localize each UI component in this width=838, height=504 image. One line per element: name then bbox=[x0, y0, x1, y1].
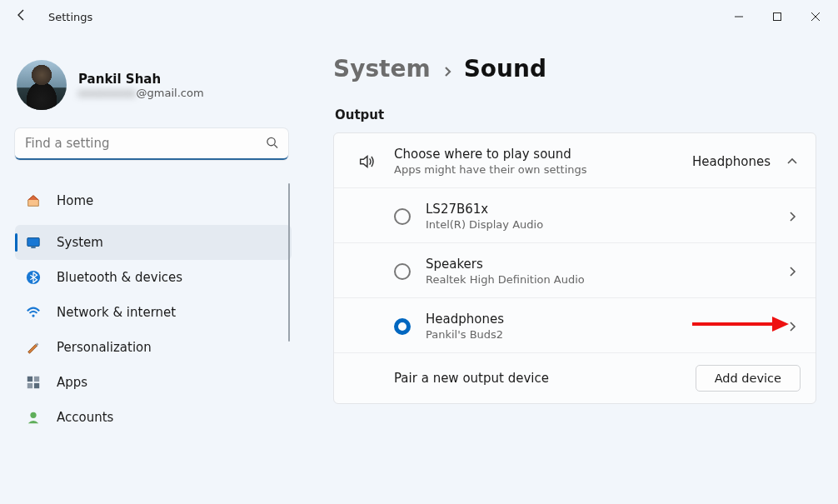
sidebar-item-label: Accounts bbox=[57, 410, 113, 425]
svg-point-1 bbox=[267, 137, 275, 145]
window-title: Settings bbox=[48, 11, 92, 23]
accounts-icon bbox=[25, 409, 42, 426]
device-detail: Intel(R) Display Audio bbox=[426, 218, 784, 231]
sidebar-item-label: System bbox=[57, 235, 103, 250]
output-header-title: Choose where to play sound bbox=[394, 147, 692, 162]
sidebar-item-label: Bluetooth & devices bbox=[57, 270, 182, 285]
personalization-icon bbox=[25, 339, 42, 356]
nav-list: Home System Bluetooth & devices Network bbox=[15, 183, 288, 435]
device-detail: Pankil's Buds2 bbox=[426, 328, 784, 341]
svg-rect-6 bbox=[27, 377, 32, 382]
breadcrumb-parent[interactable]: System bbox=[333, 55, 431, 82]
output-header-subtitle: Apps might have their own settings bbox=[394, 163, 692, 176]
device-detail: Realtek High Definition Audio bbox=[426, 273, 784, 286]
device-name: LS27B61x bbox=[426, 202, 784, 217]
output-device-row[interactable]: LS27B61x Intel(R) Display Audio bbox=[334, 187, 816, 242]
svg-rect-3 bbox=[31, 247, 35, 247]
search-icon bbox=[266, 137, 278, 152]
main-pane: System Sound Output Choose where to play… bbox=[300, 33, 838, 504]
chevron-right-icon[interactable] bbox=[784, 318, 801, 335]
sidebar-item-apps[interactable]: Apps bbox=[15, 365, 292, 400]
system-icon bbox=[25, 234, 42, 251]
breadcrumb-current: Sound bbox=[464, 55, 546, 82]
chevron-right-icon bbox=[442, 55, 452, 82]
apps-icon bbox=[25, 374, 42, 391]
device-name: Headphones bbox=[426, 312, 784, 327]
avatar bbox=[17, 60, 67, 110]
radio-unselected[interactable] bbox=[394, 208, 411, 225]
svg-rect-8 bbox=[27, 383, 32, 388]
radio-unselected[interactable] bbox=[394, 263, 411, 280]
chevron-right-icon[interactable] bbox=[784, 208, 801, 225]
sidebar: Pankil Shah xxxxxxxx@gmail.com Home bbox=[0, 33, 300, 504]
sidebar-item-label: Network & internet bbox=[57, 305, 176, 320]
pair-device-label: Pair a new output device bbox=[394, 371, 549, 386]
bluetooth-icon bbox=[25, 269, 42, 286]
speaker-icon bbox=[352, 152, 381, 171]
output-device-row[interactable]: Headphones Pankil's Buds2 bbox=[334, 297, 816, 352]
output-card: Choose where to play sound Apps might ha… bbox=[333, 132, 816, 404]
account-email: xxxxxxxx@gmail.com bbox=[78, 87, 204, 99]
sidebar-item-label: Apps bbox=[57, 375, 87, 390]
sidebar-item-accounts[interactable]: Accounts bbox=[15, 400, 292, 435]
search-input[interactable] bbox=[15, 128, 288, 160]
wifi-icon bbox=[25, 304, 42, 321]
nav-scrollbar[interactable] bbox=[288, 183, 290, 342]
sidebar-item-bluetooth[interactable]: Bluetooth & devices bbox=[15, 260, 292, 295]
account-block[interactable]: Pankil Shah xxxxxxxx@gmail.com bbox=[17, 60, 288, 110]
sidebar-item-system[interactable]: System bbox=[15, 225, 292, 260]
svg-rect-0 bbox=[774, 13, 781, 21]
svg-rect-2 bbox=[27, 238, 39, 247]
output-header-row[interactable]: Choose where to play sound Apps might ha… bbox=[334, 133, 816, 187]
svg-point-5 bbox=[32, 314, 34, 317]
sidebar-item-network[interactable]: Network & internet bbox=[15, 295, 292, 330]
output-device-row[interactable]: Speakers Realtek High Definition Audio bbox=[334, 242, 816, 297]
window-controls bbox=[720, 3, 835, 30]
sidebar-item-label: Personalization bbox=[57, 340, 152, 355]
device-name: Speakers bbox=[426, 257, 784, 272]
home-icon bbox=[25, 192, 42, 209]
close-button[interactable] bbox=[796, 3, 835, 30]
breadcrumb: System Sound bbox=[333, 55, 816, 82]
section-title-output: Output bbox=[335, 107, 816, 122]
svg-rect-7 bbox=[34, 377, 39, 382]
svg-point-10 bbox=[30, 412, 36, 418]
pair-device-row: Pair a new output device Add device bbox=[334, 352, 816, 403]
sidebar-item-personalization[interactable]: Personalization bbox=[15, 330, 292, 365]
chevron-up-icon[interactable] bbox=[784, 153, 801, 170]
add-device-button[interactable]: Add device bbox=[696, 365, 801, 392]
account-name: Pankil Shah bbox=[78, 72, 204, 87]
back-button[interactable] bbox=[15, 8, 28, 25]
output-header-value: Headphones bbox=[692, 154, 771, 169]
chevron-right-icon[interactable] bbox=[784, 263, 801, 280]
svg-rect-9 bbox=[34, 383, 39, 388]
maximize-button[interactable] bbox=[758, 3, 796, 30]
minimize-button[interactable] bbox=[720, 3, 758, 30]
title-bar: Settings bbox=[0, 0, 838, 33]
sidebar-item-label: Home bbox=[57, 193, 93, 208]
radio-selected[interactable] bbox=[394, 318, 411, 335]
sidebar-item-home[interactable]: Home bbox=[15, 183, 292, 218]
search-wrapper bbox=[15, 128, 288, 160]
